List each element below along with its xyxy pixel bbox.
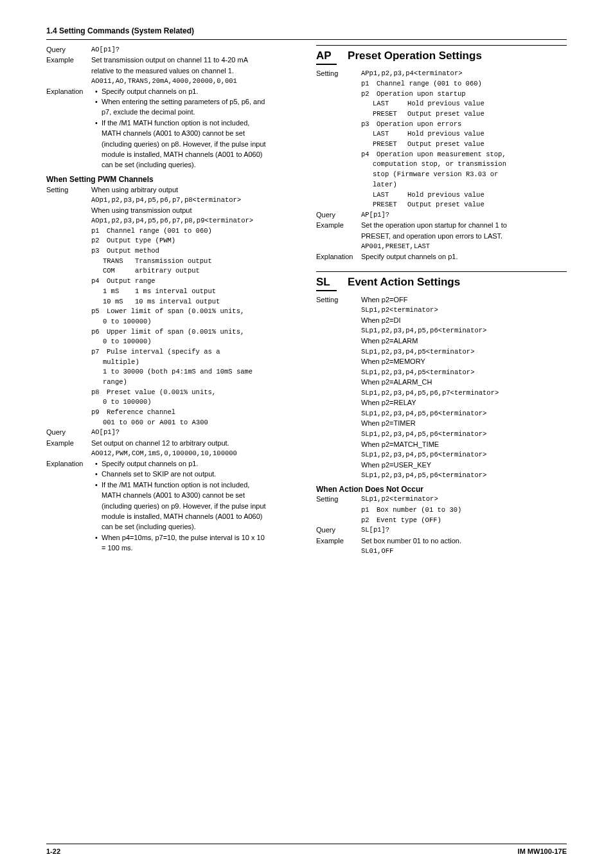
setting-code: SLp1,p2,p3,p4,p5,p6<terminator> xyxy=(361,409,567,419)
param-sub: 0 to 100000) xyxy=(91,397,297,407)
param-line: p1Box number (01 to 30) xyxy=(361,505,567,515)
param-line: p3Output method xyxy=(91,246,297,256)
setting-text: When p2=ALARM xyxy=(361,336,567,346)
label-query: Query xyxy=(46,428,91,437)
label-setting: Setting xyxy=(316,69,361,78)
query-value: AO[p1]? xyxy=(91,428,297,437)
example-text: Set the operation upon startup for chann… xyxy=(361,221,567,230)
param-sub: 1 to 30000 (both p4:1mS and 10mS same xyxy=(91,367,297,377)
setting-code: SLp1,p2<terminator> xyxy=(361,494,567,504)
setting-text: When p2=MEMORY xyxy=(361,357,567,366)
explanation-text: p7, exclude the decimal point. xyxy=(102,107,297,117)
setting-code: SLp1,p2,p3,p4,p5<terminator> xyxy=(361,347,567,357)
param-sub: PRESETOutput preset value xyxy=(361,109,567,119)
bullet-icon: • xyxy=(91,459,102,469)
explanation-text: Specify output channels on p1. xyxy=(361,252,567,262)
doc-id: IM MW100-17E xyxy=(518,847,567,856)
setting-code: SLp1,p2,p3,p4,p5,p6<terminator> xyxy=(361,450,567,460)
label-explanation: Explanation xyxy=(316,252,361,262)
example-code: SL01,OFF xyxy=(361,547,567,556)
label-explanation: Explanation xyxy=(46,87,91,96)
param-sub: 10 mS10 ms interval output xyxy=(91,297,297,307)
param-line: p2Output type (PWM) xyxy=(91,236,297,246)
param-line: p7Pulse interval (specify as a xyxy=(91,347,297,357)
param-sub: computation stop, or transmission xyxy=(361,159,567,169)
bullet-icon: • xyxy=(91,480,102,490)
label-setting: Setting xyxy=(46,185,91,195)
explanation-text: When entering the setting parameters of … xyxy=(102,97,297,107)
param-sub: later) xyxy=(361,180,567,190)
param-sub: multiple) xyxy=(91,357,297,367)
example-code: AO012,PWM,COM,1mS,0,100000,10,100000 xyxy=(91,449,297,458)
label-example: Example xyxy=(316,536,361,546)
explanation-text: can be set (including queries). xyxy=(102,160,297,170)
example-code: AO011,AO,TRANS,20mA,4000,20000,0,001 xyxy=(91,77,297,86)
param-sub: 0 to 100000) xyxy=(91,317,297,327)
query-value: SL[p1]? xyxy=(361,525,567,535)
explanation-text: = 100 ms. xyxy=(102,543,297,553)
command-code: SL xyxy=(316,275,337,291)
setting-code: AOp1,p2,p3,p4,p5,p6,p7,p8<terminator> xyxy=(91,195,297,205)
explanation-text: Specify output channels on p1. xyxy=(102,459,297,469)
setting-text: When p2=OFF xyxy=(361,295,567,305)
bullet-icon: • xyxy=(91,469,102,479)
setting-code: SLp1,p2,p3,p4,p5,p6<terminator> xyxy=(361,429,567,439)
setting-text: When p2=RELAY xyxy=(361,398,567,408)
right-column: AP Preset Operation Settings SettingAPp1… xyxy=(316,45,567,557)
param-line: p4Output range xyxy=(91,276,297,286)
setting-text: When p2=MATCH_TIME xyxy=(361,440,567,449)
param-sub: TRANSTransmission output xyxy=(91,257,297,266)
label-query: Query xyxy=(316,210,361,220)
command-title: Preset Operation Settings xyxy=(348,50,482,62)
param-sub: 0 to 100000) xyxy=(91,337,297,347)
param-sub: PRESETOutput preset value xyxy=(361,200,567,210)
param-line: p3Operation upon errors xyxy=(361,120,567,129)
setting-text: When p2=USER_KEY xyxy=(361,460,567,470)
label-explanation: Explanation xyxy=(46,459,91,469)
command-title: Event Action Settings xyxy=(348,276,460,288)
setting-text: When using arbitrary output xyxy=(91,185,297,195)
param-sub: LASTHold previous value xyxy=(361,190,567,200)
label-setting: Setting xyxy=(316,295,361,305)
setting-code: SLp1,p2,p3,p4,p5,p6<terminator> xyxy=(361,326,567,336)
label-query: Query xyxy=(316,525,361,535)
section-header: 1.4 Setting Commands (System Related) xyxy=(46,26,567,40)
setting-text: When p2=ALARM_CH xyxy=(361,377,567,387)
param-sub: 1 mS1 ms interval output xyxy=(91,287,297,296)
param-line: p8Preset value (0.001% units, xyxy=(91,388,297,397)
command-code: AP xyxy=(316,48,337,65)
setting-code: SLp1,p2<terminator> xyxy=(361,305,567,315)
param-sub: stop (Firmware version R3.03 or xyxy=(361,170,567,179)
setting-code: SLp1,p2,p3,p4,p5,p6<terminator> xyxy=(361,471,567,480)
bullet-icon: • xyxy=(91,533,102,543)
setting-code: SLp1,p2,p3,p4,p5<terminator> xyxy=(361,368,567,377)
label-example: Example xyxy=(46,55,91,65)
param-sub: range) xyxy=(91,377,297,387)
bullet-icon: • xyxy=(91,118,102,128)
explanation-text: module is installed, MATH channels (A001… xyxy=(102,150,297,159)
param-sub: LASTHold previous value xyxy=(361,99,567,109)
explanation-text: module is installed, MATH channels (A001… xyxy=(102,512,297,521)
query-value: AP[p1]? xyxy=(361,210,567,220)
example-text: Set transmission output on channel 11 to… xyxy=(91,55,297,65)
example-text: Set output on channel 12 to arbitrary ou… xyxy=(91,439,297,448)
explanation-text: MATH channels (A001 to A300) cannot be s… xyxy=(102,129,297,138)
param-line: p9Reference channel xyxy=(91,408,297,417)
example-code: AP001,PRESET,LAST xyxy=(361,242,567,251)
pwm-heading: When Setting PWM Channels xyxy=(46,174,297,185)
param-line: p2Event type (OFF) xyxy=(361,516,567,525)
setting-code: SLp1,p2,p3,p4,p5,p6,p7<terminator> xyxy=(361,388,567,398)
example-text: PRESET, and operation upon errors to LAS… xyxy=(361,231,567,241)
label-example: Example xyxy=(46,439,91,448)
label-example: Example xyxy=(316,221,361,230)
param-line: p1Channel range (001 to 060) xyxy=(91,226,297,236)
setting-code: APp1,p2,p3,p4<terminator> xyxy=(361,69,567,78)
bullet-icon: • xyxy=(91,97,102,107)
query-value: AO[p1]? xyxy=(91,45,297,55)
bullet-icon: • xyxy=(91,87,102,96)
explanation-text: Channels set to SKIP are not output. xyxy=(102,469,297,479)
explanation-text: If the /M1 MATH function option is not i… xyxy=(102,480,297,490)
param-line: p2Operation upon startup xyxy=(361,89,567,99)
param-line: p4Operation upon measurement stop, xyxy=(361,150,567,159)
param-sub: COMarbitrary output xyxy=(91,266,297,276)
